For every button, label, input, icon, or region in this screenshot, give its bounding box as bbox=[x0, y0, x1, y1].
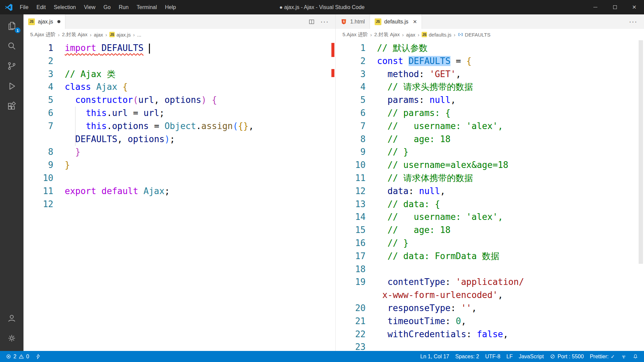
code-text[interactable]: // 默认参数 bbox=[366, 42, 428, 55]
menu-view[interactable]: View bbox=[80, 0, 99, 14]
eol-selector[interactable]: LF bbox=[503, 351, 516, 362]
breadcrumb-label: ajax.js bbox=[116, 32, 131, 38]
activity-settings[interactable] bbox=[0, 328, 23, 348]
line-number: 19 bbox=[336, 276, 366, 289]
activity-search[interactable] bbox=[0, 36, 23, 56]
code-text[interactable] bbox=[366, 341, 377, 351]
editor-defaults-js[interactable]: 1// 默认参数2const DEFAULTS = {3 method: 'GE… bbox=[336, 40, 644, 351]
cursor-position[interactable]: Ln 1, Col 17 bbox=[417, 351, 452, 362]
encoding[interactable]: UTF-8 bbox=[482, 351, 503, 362]
vertical-scrollbar[interactable] bbox=[637, 40, 644, 351]
breadcrumb-label: ... bbox=[137, 32, 142, 38]
editor-ajax-js[interactable]: 1import DEFAULTS 23// Ajax 类4class Ajax … bbox=[23, 40, 335, 351]
scrollbar-slider[interactable] bbox=[639, 40, 643, 264]
breadcrumb-item[interactable]: 2.封装 Ajax bbox=[62, 32, 88, 38]
code-text[interactable]: params: null, bbox=[366, 94, 456, 107]
code-text[interactable]: // username: 'alex', bbox=[366, 120, 503, 133]
code-text[interactable]: // age: 18 bbox=[366, 133, 450, 146]
code-text[interactable]: contentType: 'application/ bbox=[366, 276, 524, 289]
breadcrumb-item[interactable]: ajax bbox=[406, 32, 416, 38]
breadcrumb-item[interactable]: 2.封装 Ajax bbox=[374, 32, 400, 38]
code-text[interactable]: constructor(url, options) { bbox=[53, 94, 217, 107]
breadcrumb-item[interactable]: 5.Ajax 进阶 bbox=[342, 32, 368, 38]
code-text[interactable]: // username=alex&age=18 bbox=[366, 159, 508, 172]
tab-1.html[interactable]: 51.html bbox=[336, 14, 370, 29]
breadcrumb-label: ajax bbox=[94, 32, 103, 38]
problems-indicator[interactable]: 2 0 bbox=[3, 351, 32, 362]
activity-account[interactable] bbox=[0, 308, 23, 328]
activity-explorer[interactable]: 1 bbox=[0, 16, 23, 36]
code-text[interactable]: data: null, bbox=[366, 185, 445, 198]
indentation[interactable]: Spaces: 2 bbox=[452, 351, 482, 362]
menu-selection[interactable]: Selection bbox=[50, 0, 80, 14]
breadcrumb-item[interactable]: JSdefaults.js bbox=[422, 32, 451, 38]
code-text[interactable]: } bbox=[53, 145, 80, 159]
code-text[interactable]: // age: 18 bbox=[366, 224, 450, 237]
code-text[interactable]: } bbox=[53, 159, 70, 172]
notifications-bell[interactable] bbox=[630, 351, 641, 362]
code-text[interactable]: withCredentials: false, bbox=[366, 328, 508, 341]
activity-run-debug[interactable] bbox=[0, 76, 23, 96]
code-text[interactable] bbox=[53, 55, 65, 68]
extensions-icon bbox=[7, 101, 17, 111]
code-text[interactable]: // data: FormData 数据 bbox=[366, 250, 499, 263]
maximize-button[interactable] bbox=[605, 0, 625, 14]
split-editor-button[interactable] bbox=[308, 18, 315, 25]
code-text[interactable]: // params: { bbox=[366, 107, 450, 120]
language-mode[interactable]: JavaScript bbox=[516, 351, 547, 362]
menu-file[interactable]: File bbox=[16, 0, 33, 14]
code-text[interactable]: timeoutTime: 0, bbox=[366, 315, 466, 328]
code-text[interactable]: export default Ajax; bbox=[53, 185, 170, 198]
tab-defaults.js[interactable]: JSdefaults.js✕ bbox=[370, 14, 422, 29]
code-line: 5 constructor(url, options) { bbox=[23, 94, 335, 107]
menu-edit[interactable]: Edit bbox=[33, 0, 50, 14]
close-button[interactable]: ✕ bbox=[625, 0, 644, 14]
code-text[interactable]: this.options = Object.assign({}, bbox=[53, 120, 254, 133]
line-number: 2 bbox=[336, 55, 366, 68]
close-tab-icon[interactable]: ✕ bbox=[413, 19, 417, 24]
code-text[interactable]: import DEFAULTS bbox=[53, 42, 150, 55]
code-text[interactable] bbox=[53, 198, 65, 211]
menu-go[interactable]: Go bbox=[100, 0, 115, 14]
code-text[interactable] bbox=[366, 263, 377, 276]
line-number: 10 bbox=[336, 159, 366, 172]
activity-extensions[interactable] bbox=[0, 96, 23, 116]
more-actions-button[interactable]: ··· bbox=[320, 18, 329, 25]
code-text[interactable]: DEFAULTS, options); bbox=[53, 133, 175, 146]
breadcrumb-item[interactable]: ajax bbox=[94, 32, 103, 38]
breadcrumb-item[interactable]: 5.Ajax 进阶 bbox=[30, 32, 56, 38]
code-text[interactable]: // 请求头携带的数据 bbox=[366, 80, 473, 94]
live-server-port[interactable]: Port : 5500 bbox=[547, 351, 587, 362]
menu-run[interactable]: Run bbox=[115, 0, 132, 14]
code-line: 18 bbox=[336, 263, 644, 276]
code-text[interactable]: class Ajax { bbox=[53, 80, 128, 94]
tab-ajax.js[interactable]: JSajax.js bbox=[23, 14, 65, 29]
code-text[interactable]: responseType: '', bbox=[366, 302, 477, 315]
minimize-button[interactable] bbox=[586, 0, 605, 14]
code-text[interactable]: // username: 'alex', bbox=[366, 210, 503, 224]
menu-help[interactable]: Help bbox=[161, 0, 180, 14]
code-text[interactable]: x-www-form-urlencoded', bbox=[366, 289, 503, 302]
prettier-status[interactable]: Prettier: ✓ bbox=[587, 351, 618, 362]
breadcrumb-item[interactable]: JSajax.js bbox=[109, 32, 131, 38]
code-text[interactable]: this.url = url; bbox=[53, 107, 164, 120]
code-text[interactable]: method: 'GET', bbox=[366, 68, 461, 81]
code-text[interactable]: // Ajax 类 bbox=[53, 68, 115, 81]
breadcrumb-item[interactable]: ... bbox=[137, 32, 142, 38]
zap-indicator[interactable] bbox=[32, 351, 44, 362]
activity-source-control[interactable] bbox=[0, 56, 23, 76]
breadcrumb-label: defaults.js bbox=[429, 32, 451, 38]
line-number: 7 bbox=[336, 120, 366, 133]
js-icon: JS bbox=[375, 18, 381, 25]
code-text[interactable]: // 请求体携带的数据 bbox=[366, 172, 473, 185]
radio-tower-indicator[interactable] bbox=[618, 351, 630, 362]
overview-ruler-left[interactable] bbox=[329, 40, 335, 351]
breadcrumb-item[interactable]: DEFAULTS bbox=[458, 32, 490, 38]
code-text[interactable] bbox=[53, 172, 65, 185]
code-text[interactable]: // } bbox=[366, 145, 409, 159]
code-text[interactable]: // data: { bbox=[366, 198, 440, 211]
menu-terminal[interactable]: Terminal bbox=[132, 0, 161, 14]
more-actions-button[interactable]: ··· bbox=[629, 18, 637, 25]
code-text[interactable]: const DEFAULTS = { bbox=[366, 55, 472, 68]
code-text[interactable]: // } bbox=[366, 237, 409, 250]
